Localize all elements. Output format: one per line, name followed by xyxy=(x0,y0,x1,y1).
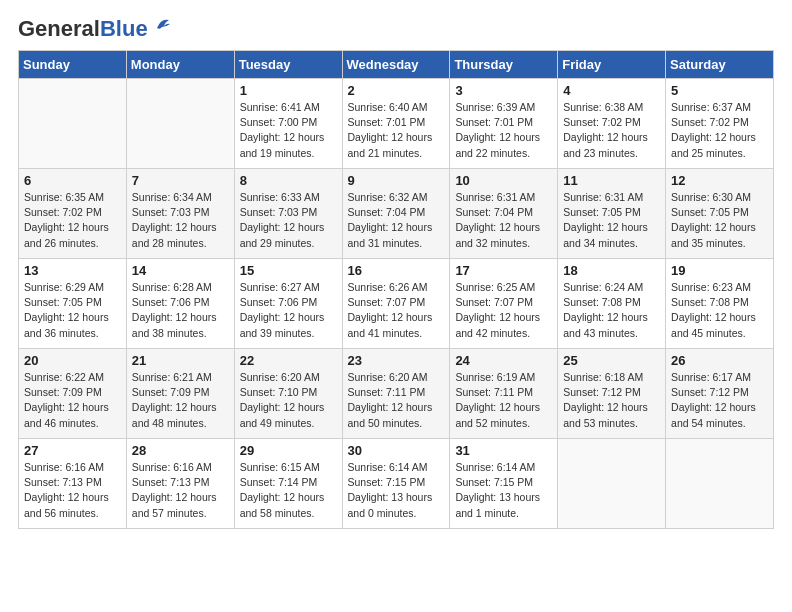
calendar-cell: 31Sunrise: 6:14 AM Sunset: 7:15 PM Dayli… xyxy=(450,439,558,529)
day-number: 27 xyxy=(24,443,121,458)
day-number: 1 xyxy=(240,83,337,98)
day-info: Sunrise: 6:30 AM Sunset: 7:05 PM Dayligh… xyxy=(671,190,768,251)
day-info: Sunrise: 6:16 AM Sunset: 7:13 PM Dayligh… xyxy=(24,460,121,521)
day-info: Sunrise: 6:31 AM Sunset: 7:04 PM Dayligh… xyxy=(455,190,552,251)
day-number: 29 xyxy=(240,443,337,458)
calendar-cell: 25Sunrise: 6:18 AM Sunset: 7:12 PM Dayli… xyxy=(558,349,666,439)
calendar-weekday-header: Friday xyxy=(558,51,666,79)
calendar-weekday-header: Monday xyxy=(126,51,234,79)
day-info: Sunrise: 6:23 AM Sunset: 7:08 PM Dayligh… xyxy=(671,280,768,341)
day-number: 23 xyxy=(348,353,445,368)
calendar-cell: 1Sunrise: 6:41 AM Sunset: 7:00 PM Daylig… xyxy=(234,79,342,169)
calendar-cell xyxy=(558,439,666,529)
calendar-cell: 13Sunrise: 6:29 AM Sunset: 7:05 PM Dayli… xyxy=(19,259,127,349)
logo-bird-icon xyxy=(151,14,173,36)
calendar-weekday-header: Sunday xyxy=(19,51,127,79)
day-number: 30 xyxy=(348,443,445,458)
calendar-cell: 27Sunrise: 6:16 AM Sunset: 7:13 PM Dayli… xyxy=(19,439,127,529)
day-info: Sunrise: 6:20 AM Sunset: 7:10 PM Dayligh… xyxy=(240,370,337,431)
calendar-cell: 11Sunrise: 6:31 AM Sunset: 7:05 PM Dayli… xyxy=(558,169,666,259)
day-number: 13 xyxy=(24,263,121,278)
calendar-cell: 7Sunrise: 6:34 AM Sunset: 7:03 PM Daylig… xyxy=(126,169,234,259)
calendar-cell: 5Sunrise: 6:37 AM Sunset: 7:02 PM Daylig… xyxy=(666,79,774,169)
day-number: 31 xyxy=(455,443,552,458)
day-number: 3 xyxy=(455,83,552,98)
day-info: Sunrise: 6:16 AM Sunset: 7:13 PM Dayligh… xyxy=(132,460,229,521)
day-number: 16 xyxy=(348,263,445,278)
calendar-cell: 12Sunrise: 6:30 AM Sunset: 7:05 PM Dayli… xyxy=(666,169,774,259)
calendar-cell: 21Sunrise: 6:21 AM Sunset: 7:09 PM Dayli… xyxy=(126,349,234,439)
day-info: Sunrise: 6:35 AM Sunset: 7:02 PM Dayligh… xyxy=(24,190,121,251)
day-number: 7 xyxy=(132,173,229,188)
calendar-cell: 29Sunrise: 6:15 AM Sunset: 7:14 PM Dayli… xyxy=(234,439,342,529)
day-info: Sunrise: 6:38 AM Sunset: 7:02 PM Dayligh… xyxy=(563,100,660,161)
header: GeneralBlue xyxy=(18,18,774,40)
day-number: 21 xyxy=(132,353,229,368)
day-number: 24 xyxy=(455,353,552,368)
day-info: Sunrise: 6:20 AM Sunset: 7:11 PM Dayligh… xyxy=(348,370,445,431)
calendar-cell: 23Sunrise: 6:20 AM Sunset: 7:11 PM Dayli… xyxy=(342,349,450,439)
calendar-cell: 30Sunrise: 6:14 AM Sunset: 7:15 PM Dayli… xyxy=(342,439,450,529)
calendar-header-row: SundayMondayTuesdayWednesdayThursdayFrid… xyxy=(19,51,774,79)
logo-blue: Blue xyxy=(100,16,148,41)
day-info: Sunrise: 6:19 AM Sunset: 7:11 PM Dayligh… xyxy=(455,370,552,431)
calendar-table: SundayMondayTuesdayWednesdayThursdayFrid… xyxy=(18,50,774,529)
day-number: 4 xyxy=(563,83,660,98)
day-number: 25 xyxy=(563,353,660,368)
calendar-weekday-header: Tuesday xyxy=(234,51,342,79)
calendar-cell xyxy=(126,79,234,169)
calendar-week-row: 13Sunrise: 6:29 AM Sunset: 7:05 PM Dayli… xyxy=(19,259,774,349)
day-number: 28 xyxy=(132,443,229,458)
day-info: Sunrise: 6:33 AM Sunset: 7:03 PM Dayligh… xyxy=(240,190,337,251)
calendar-cell: 4Sunrise: 6:38 AM Sunset: 7:02 PM Daylig… xyxy=(558,79,666,169)
calendar-cell xyxy=(666,439,774,529)
day-info: Sunrise: 6:14 AM Sunset: 7:15 PM Dayligh… xyxy=(348,460,445,521)
day-number: 22 xyxy=(240,353,337,368)
calendar-cell: 3Sunrise: 6:39 AM Sunset: 7:01 PM Daylig… xyxy=(450,79,558,169)
day-info: Sunrise: 6:41 AM Sunset: 7:00 PM Dayligh… xyxy=(240,100,337,161)
calendar-cell xyxy=(19,79,127,169)
day-info: Sunrise: 6:26 AM Sunset: 7:07 PM Dayligh… xyxy=(348,280,445,341)
calendar-cell: 2Sunrise: 6:40 AM Sunset: 7:01 PM Daylig… xyxy=(342,79,450,169)
day-info: Sunrise: 6:22 AM Sunset: 7:09 PM Dayligh… xyxy=(24,370,121,431)
day-number: 20 xyxy=(24,353,121,368)
day-info: Sunrise: 6:24 AM Sunset: 7:08 PM Dayligh… xyxy=(563,280,660,341)
day-number: 18 xyxy=(563,263,660,278)
day-number: 2 xyxy=(348,83,445,98)
day-number: 12 xyxy=(671,173,768,188)
calendar-cell: 26Sunrise: 6:17 AM Sunset: 7:12 PM Dayli… xyxy=(666,349,774,439)
calendar-week-row: 20Sunrise: 6:22 AM Sunset: 7:09 PM Dayli… xyxy=(19,349,774,439)
day-info: Sunrise: 6:40 AM Sunset: 7:01 PM Dayligh… xyxy=(348,100,445,161)
day-number: 5 xyxy=(671,83,768,98)
logo-text: GeneralBlue xyxy=(18,18,148,40)
calendar-cell: 14Sunrise: 6:28 AM Sunset: 7:06 PM Dayli… xyxy=(126,259,234,349)
day-info: Sunrise: 6:17 AM Sunset: 7:12 PM Dayligh… xyxy=(671,370,768,431)
day-info: Sunrise: 6:39 AM Sunset: 7:01 PM Dayligh… xyxy=(455,100,552,161)
calendar-weekday-header: Saturday xyxy=(666,51,774,79)
day-info: Sunrise: 6:28 AM Sunset: 7:06 PM Dayligh… xyxy=(132,280,229,341)
calendar-cell: 15Sunrise: 6:27 AM Sunset: 7:06 PM Dayli… xyxy=(234,259,342,349)
calendar-weekday-header: Wednesday xyxy=(342,51,450,79)
calendar-cell: 10Sunrise: 6:31 AM Sunset: 7:04 PM Dayli… xyxy=(450,169,558,259)
day-info: Sunrise: 6:25 AM Sunset: 7:07 PM Dayligh… xyxy=(455,280,552,341)
day-number: 8 xyxy=(240,173,337,188)
calendar-cell: 16Sunrise: 6:26 AM Sunset: 7:07 PM Dayli… xyxy=(342,259,450,349)
calendar-week-row: 1Sunrise: 6:41 AM Sunset: 7:00 PM Daylig… xyxy=(19,79,774,169)
calendar-cell: 6Sunrise: 6:35 AM Sunset: 7:02 PM Daylig… xyxy=(19,169,127,259)
day-info: Sunrise: 6:18 AM Sunset: 7:12 PM Dayligh… xyxy=(563,370,660,431)
day-number: 17 xyxy=(455,263,552,278)
day-info: Sunrise: 6:14 AM Sunset: 7:15 PM Dayligh… xyxy=(455,460,552,521)
day-number: 19 xyxy=(671,263,768,278)
day-number: 9 xyxy=(348,173,445,188)
day-info: Sunrise: 6:34 AM Sunset: 7:03 PM Dayligh… xyxy=(132,190,229,251)
calendar-cell: 28Sunrise: 6:16 AM Sunset: 7:13 PM Dayli… xyxy=(126,439,234,529)
logo: GeneralBlue xyxy=(18,18,173,40)
day-info: Sunrise: 6:37 AM Sunset: 7:02 PM Dayligh… xyxy=(671,100,768,161)
day-number: 26 xyxy=(671,353,768,368)
day-number: 14 xyxy=(132,263,229,278)
day-info: Sunrise: 6:27 AM Sunset: 7:06 PM Dayligh… xyxy=(240,280,337,341)
calendar-cell: 8Sunrise: 6:33 AM Sunset: 7:03 PM Daylig… xyxy=(234,169,342,259)
page: GeneralBlue SundayMondayTuesdayWednesday… xyxy=(0,0,792,539)
calendar-cell: 9Sunrise: 6:32 AM Sunset: 7:04 PM Daylig… xyxy=(342,169,450,259)
day-info: Sunrise: 6:31 AM Sunset: 7:05 PM Dayligh… xyxy=(563,190,660,251)
